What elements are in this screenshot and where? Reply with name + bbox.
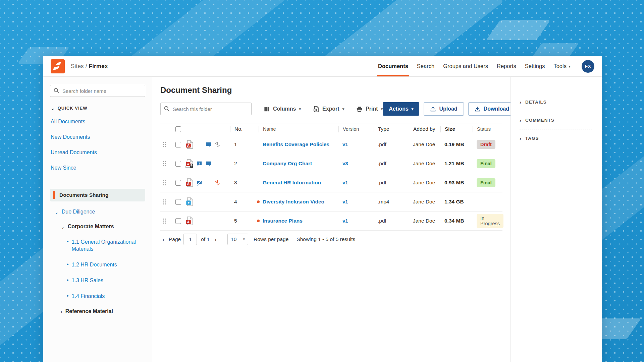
sidebar-item-all-documents[interactable]: All Documents [51, 119, 145, 125]
upload-button[interactable]: Upload [424, 102, 464, 116]
folder-item-1-1-general-organizational-materials[interactable]: • 1.1 General Organizational Materials [67, 238, 145, 252]
folder-item-1-4-financials[interactable]: • 1.4 Financials [67, 293, 145, 300]
drag-handle-icon[interactable] [163, 219, 166, 224]
document-link[interactable]: Company Org Chart [263, 161, 312, 166]
folder-item-reference-material[interactable]: › Reference Material [61, 308, 145, 314]
comment-icon[interactable] [205, 141, 212, 148]
document-link[interactable]: General HR Information [263, 180, 321, 185]
nav-tab-search[interactable]: Search [413, 56, 439, 76]
documents-table: No. Name Version Type Added by Size Stat… [160, 123, 502, 248]
nav-tab-documents[interactable]: Documents [374, 56, 413, 76]
pdf-locked-file-icon [185, 159, 194, 168]
breadcrumb-root[interactable]: Sites [71, 63, 84, 69]
next-page-icon[interactable]: › [212, 236, 219, 243]
row-checkbox[interactable] [175, 142, 181, 147]
folder-item-documents-sharing[interactable]: Documents Sharing [50, 189, 145, 201]
version-link[interactable]: v1 [342, 180, 348, 185]
nav-tab-groups-and-users[interactable]: Groups and Users [439, 56, 492, 76]
comment-icon[interactable] [205, 161, 212, 167]
firmex-logo[interactable] [51, 59, 65, 73]
chevron-down-icon[interactable]: ⌄ [61, 224, 65, 230]
spilled-glass-icon[interactable] [214, 141, 221, 148]
column-header-type[interactable]: Type [374, 126, 409, 132]
breadcrumb-separator: / [86, 63, 87, 69]
folder-search-input[interactable] [50, 85, 145, 97]
drag-handle-icon[interactable] [163, 180, 166, 185]
version-link[interactable]: v1 [342, 218, 348, 224]
column-header-name[interactable]: Name [259, 126, 338, 132]
document-link[interactable]: Diversity Inclusion Video [263, 199, 324, 204]
actions-label: Actions [389, 106, 409, 112]
caret-down-icon: ▾ [569, 64, 571, 69]
nav-tab-settings[interactable]: Settings [521, 56, 549, 76]
select-all-checkbox[interactable] [175, 126, 181, 132]
cell-type: .pdf [374, 218, 409, 224]
bullet-icon: • [67, 261, 69, 267]
chevron-right-icon[interactable]: › [61, 309, 62, 314]
folder-contents-search-input[interactable] [160, 103, 252, 115]
unread-dot-icon [257, 200, 260, 203]
panel-section-details[interactable]: › DETAILS [520, 93, 593, 111]
cell-added-by: Jane Doe [409, 141, 440, 147]
cell-added-by: Jane Doe [409, 218, 440, 224]
nav-tab-reports[interactable]: Reports [492, 56, 521, 76]
folder-item-1-3-hr-sales[interactable]: • 1.3 HR Sales [67, 277, 145, 284]
previous-page-icon[interactable]: ‹ [160, 236, 167, 243]
printer-icon [356, 106, 363, 112]
document-link[interactable]: Insurance Plans [263, 218, 303, 224]
sidebar-item-new-documents[interactable]: New Documents [51, 134, 145, 140]
select-all-cell [175, 126, 185, 132]
row-checkbox[interactable] [175, 199, 181, 205]
download-button[interactable]: Download [468, 102, 516, 116]
app-window: Sites / Firmex Documents Search Groups a… [43, 56, 602, 362]
column-header-no[interactable]: No. [230, 126, 259, 132]
export-button[interactable]: Export ▾ [313, 106, 344, 112]
flag-slash-icon[interactable] [196, 180, 203, 186]
drag-handle-icon[interactable] [163, 161, 166, 166]
chevron-down-icon[interactable]: ⌄ [55, 209, 59, 215]
print-button[interactable]: Print ▾ [356, 106, 383, 112]
sidebar-item-unread-documents[interactable]: Unread Documents [51, 149, 145, 156]
sidebar-divider [51, 181, 145, 181]
row-checkbox[interactable] [175, 180, 181, 186]
columns-button[interactable]: Columns ▾ [264, 106, 301, 112]
column-header-added-by[interactable]: Added by [409, 126, 440, 132]
version-link[interactable]: v1 [342, 141, 348, 147]
drag-handle-icon[interactable] [163, 142, 166, 147]
version-link[interactable]: v1 [342, 199, 348, 204]
page-number-input[interactable] [183, 234, 197, 245]
row-checkbox[interactable] [175, 161, 181, 167]
panel-section-comments[interactable]: › COMMENTS [520, 111, 593, 129]
question-bubble-icon[interactable] [196, 161, 203, 167]
table-search [160, 103, 252, 115]
folder-label: Reference Material [65, 308, 113, 314]
drag-handle-icon[interactable] [163, 199, 166, 204]
row-checkbox[interactable] [175, 218, 181, 224]
spilled-glass-red-icon[interactable] [214, 180, 221, 186]
column-header-version[interactable]: Version [338, 126, 374, 132]
results-summary: Showing 1 - 5 of 5 results [297, 236, 355, 242]
caret-down-icon: ▾ [243, 237, 245, 241]
user-avatar[interactable]: FX [582, 60, 594, 73]
status-badge: Final [477, 159, 495, 168]
folder-item-corporate-matters[interactable]: ⌄ Corporate Matters [61, 224, 145, 230]
download-icon [475, 106, 481, 112]
rows-per-page-select[interactable]: 10 ▾ [227, 234, 248, 245]
column-header-status[interactable]: Status [473, 126, 502, 132]
sidebar-item-new-since[interactable]: New Since [51, 165, 145, 171]
search-icon [164, 106, 170, 112]
nav-tab-tools[interactable]: Tools ▾ [549, 56, 575, 76]
folder-item-due-diligence[interactable]: ⌄ Due Diligence [55, 209, 145, 215]
version-link[interactable]: v3 [342, 161, 348, 166]
main-content: Document Sharing Columns ▾ Export ▾ [152, 77, 511, 362]
folder-label: 1.4 Financials [72, 293, 105, 300]
section-label: DETAILS [525, 100, 547, 105]
panel-section-tags[interactable]: › TAGS [520, 129, 593, 147]
actions-button[interactable]: Actions ▾ [383, 102, 419, 116]
column-header-size[interactable]: Size [440, 126, 473, 132]
quick-view-header[interactable]: ⌄ QUICK VIEW [51, 106, 145, 111]
document-link[interactable]: Benefits Coverage Policies [263, 141, 329, 147]
bullet-icon: • [67, 277, 69, 283]
folder-item-1-2-hr-documents[interactable]: • 1.2 HR Documents [67, 261, 145, 268]
upload-icon [430, 106, 436, 112]
